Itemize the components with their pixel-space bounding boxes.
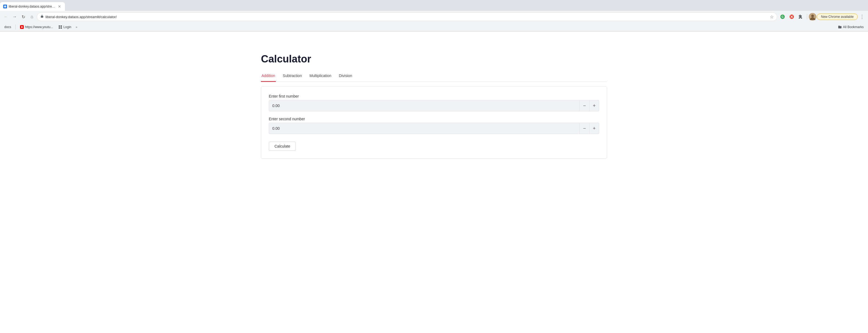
forward-button[interactable]: → [11, 13, 19, 21]
bookmarks-bar: docs https://www.youtu... Login » All Bo… [0, 23, 868, 31]
tabs-list: Addition Subtraction Multiplication Divi… [261, 71, 607, 81]
extension-error-button[interactable] [787, 12, 796, 21]
main-container: Calculator Addition Subtraction Multipli… [245, 32, 623, 169]
first-number-label: Enter first number [269, 94, 599, 98]
address-bar-container: ☆ [37, 12, 777, 21]
home-button[interactable]: ⌂ [28, 13, 36, 21]
calculate-button[interactable]: Calculate [269, 142, 296, 151]
first-number-field-group: Enter first number − + [269, 94, 599, 111]
bookmark-youtube[interactable]: https://www.youtu... [18, 25, 55, 30]
first-number-increment-button[interactable]: + [589, 100, 599, 111]
bookmarks-divider-1 [16, 25, 16, 30]
tab-favicon [3, 5, 7, 8]
tab-division[interactable]: Division [338, 71, 352, 82]
tab-bar: liberal-donkey.dataos.app/streamlit/calc… [0, 0, 868, 11]
extensions-button[interactable] [797, 12, 805, 21]
tab-title: liberal-donkey.dataos.app/streamlit/calc… [9, 5, 56, 8]
second-number-steppers: − + [580, 123, 599, 134]
svg-point-0 [4, 5, 6, 7]
bookmark-star-icon[interactable]: ☆ [770, 14, 774, 20]
browser-tab[interactable]: liberal-donkey.dataos.app/streamlit/calc… [0, 2, 65, 11]
svg-rect-10 [59, 25, 60, 27]
first-number-decrement-button[interactable]: − [580, 100, 589, 111]
second-number-input-wrapper: − + [269, 123, 599, 134]
svg-rect-13 [61, 27, 62, 29]
svg-rect-12 [59, 27, 60, 29]
grid-icon [58, 25, 62, 29]
page-title: Calculator [261, 53, 607, 65]
bookmark-docs[interactable]: docs [2, 25, 13, 30]
first-number-steppers: − + [580, 100, 599, 111]
address-input[interactable] [45, 15, 768, 19]
reload-button[interactable]: ↻ [20, 13, 27, 21]
second-number-increment-button[interactable]: + [589, 123, 599, 134]
bookmark-youtube-label: https://www.youtu... [25, 25, 53, 29]
page-content: Calculator Addition Subtraction Multipli… [0, 32, 868, 333]
tab-subtraction[interactable]: Subtraction [282, 71, 303, 82]
folder-icon [838, 25, 842, 29]
profile-avatar[interactable] [809, 13, 816, 21]
second-number-decrement-button[interactable]: − [580, 123, 589, 134]
bookmark-docs-label: docs [4, 25, 11, 29]
first-number-input[interactable] [269, 103, 580, 108]
browser-chrome: liberal-donkey.dataos.app/streamlit/calc… [0, 0, 868, 32]
back-button[interactable]: ← [2, 13, 10, 21]
tabs-container: Addition Subtraction Multiplication Divi… [261, 71, 607, 82]
tab-addition[interactable]: Addition [261, 71, 276, 82]
form-card: Enter first number − + Enter second numb… [261, 86, 607, 159]
tab-multiplication[interactable]: Multiplication [309, 71, 332, 82]
svg-text:G: G [781, 15, 784, 19]
tab-close-icon[interactable]: ✕ [57, 4, 62, 9]
lock-icon [40, 14, 44, 19]
first-number-input-wrapper: − + [269, 100, 599, 111]
toolbar-icons: G New Chrome available ⋮ [778, 12, 866, 21]
second-number-input[interactable] [269, 126, 580, 131]
bookmark-login-label: Login [63, 25, 71, 29]
svg-rect-11 [61, 25, 62, 27]
menu-button[interactable]: ⋮ [858, 13, 866, 21]
all-bookmarks-label: All Bookmarks [843, 25, 864, 29]
new-chrome-button[interactable]: New Chrome available [817, 13, 858, 20]
svg-point-7 [811, 14, 814, 17]
toolbar: ← → ↻ ⌂ ☆ G [0, 11, 868, 23]
bookmark-login[interactable]: Login [56, 25, 73, 30]
google-account-button[interactable]: G [778, 12, 787, 21]
bookmarks-more-icon[interactable]: » [76, 25, 78, 29]
youtube-icon [20, 25, 24, 29]
all-bookmarks-button[interactable]: All Bookmarks [836, 25, 866, 30]
second-number-label: Enter second number [269, 117, 599, 121]
second-number-field-group: Enter second number − + [269, 117, 599, 134]
